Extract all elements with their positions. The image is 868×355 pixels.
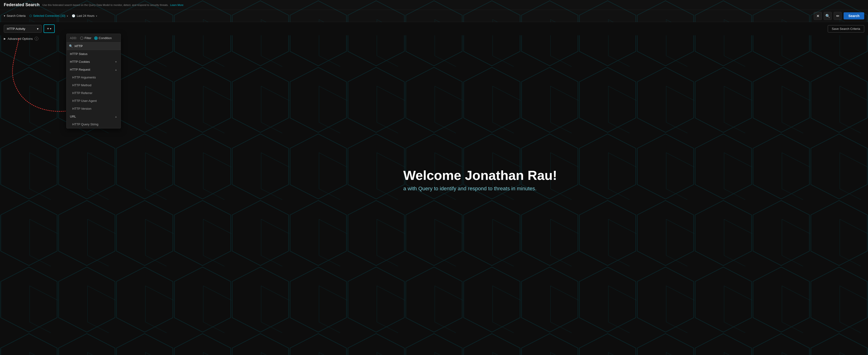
dropdown-item-label: HTTP Referrer [72, 91, 92, 95]
dropdown-list-item[interactable]: HTTP Method [67, 81, 121, 89]
chevron-down-icon: ▾ [50, 27, 52, 30]
dropdown-header: ADD: Filter Condition [67, 34, 121, 42]
dropdown-list-item[interactable]: HTTP Cookies▼ [67, 58, 121, 66]
dropdown-item-label: HTTP Method [72, 83, 91, 87]
chevron-down-icon: ▾ [37, 27, 39, 31]
dropdown-item-label: HTTP Arguments [72, 76, 96, 79]
app-title: Federated Search [4, 2, 39, 7]
search-criteria-toggle[interactable]: ▾ Search Criteria [4, 14, 26, 18]
condition-label: Condition [99, 36, 112, 40]
dropdown-item-label: URL [70, 115, 76, 118]
hero-subtitle: a with Query to identify and respond to … [403, 185, 557, 192]
connectors-selector[interactable]: ⬡ Selected Connectors (33) ▾ [29, 14, 68, 18]
condition-radio-circle [94, 36, 98, 40]
info-icon[interactable]: i [35, 37, 38, 40]
clear-button[interactable]: ✕ [814, 12, 822, 20]
filter-label: Filter [85, 36, 91, 40]
search-icon: 🔍 [69, 44, 73, 48]
dropdown-item-label: HTTP User-Agent [72, 99, 97, 102]
chevron-right-icon: ▶ [4, 37, 6, 40]
connectors-label: Selected Connectors (33) [33, 14, 65, 18]
edit-button[interactable]: ✏ [834, 12, 842, 20]
learn-more-link[interactable]: Learn More [170, 4, 183, 6]
advanced-options-row: ▶ Advanced Options i [0, 35, 868, 42]
dropdown-list-item[interactable]: HTTP Version [67, 105, 121, 113]
dropdown-list-item[interactable]: HTTP Referrer [67, 89, 121, 97]
advanced-options-label[interactable]: Advanced Options [7, 37, 33, 40]
dropdown-item-label: HTTP Version [72, 107, 91, 111]
search-toolbar: ▾ Search Criteria ⬡ Selected Connectors … [0, 10, 868, 22]
chevron-down-icon: ▾ [67, 15, 68, 17]
dropdown-search-input[interactable] [74, 44, 118, 48]
dropdown-list-item[interactable]: URL▲ [67, 113, 121, 120]
dropdown-list: HTTP StatusHTTP Cookies▼HTTP Request▲HTT… [67, 50, 121, 128]
toolbar-right: ✕ 🔍 ✏ Search [814, 12, 864, 20]
app-subtitle: Use this federated search based on the Q… [42, 4, 864, 6]
dropdown-search-box: 🔍 [67, 42, 121, 50]
hero-title: Welcome Jonathan Rau! [403, 168, 557, 183]
chevron-up-icon: ▲ [115, 115, 117, 118]
condition-radio-option[interactable]: Condition [94, 36, 112, 40]
query-row: HTTP Activity ▾ + ▾ Save Search Criteria [0, 22, 868, 35]
dropdown-list-item[interactable]: HTTP Query String [67, 120, 121, 128]
dropdown-list-item[interactable]: HTTP Request▲ [67, 66, 121, 73]
data-source-dropdown[interactable]: HTTP Activity ▾ [4, 25, 42, 33]
time-label: Last 24 Hours [77, 14, 95, 18]
chevron-down-icon: ▾ [96, 15, 97, 17]
chevron-down-icon: ▾ [4, 14, 5, 18]
dropdown-item-label: HTTP Status [70, 52, 87, 56]
zoom-button[interactable]: 🔍 [824, 12, 832, 20]
dropdown-list-item[interactable]: HTTP Status [67, 50, 121, 58]
add-button[interactable]: + ▾ [43, 24, 55, 33]
search-button[interactable]: Search [844, 12, 864, 20]
time-range-selector[interactable]: 🕐 Last 24 Hours ▾ [72, 14, 97, 18]
search-criteria-label: Search Criteria [7, 14, 26, 18]
hero-content: Welcome Jonathan Rau! a with Query to id… [403, 168, 557, 192]
data-source-label: HTTP Activity [7, 27, 25, 31]
condition-dropdown-panel: ADD: Filter Condition 🔍 HTTP StatusHTTP … [66, 34, 121, 128]
plus-icon: + [47, 27, 49, 31]
top-header: Federated Search Use this federated sear… [0, 0, 868, 10]
filter-radio-circle [80, 36, 83, 40]
dropdown-item-label: HTTP Request [70, 68, 90, 71]
dropdown-item-label: HTTP Cookies [70, 60, 90, 63]
save-criteria-button[interactable]: Save Search Criteria [828, 25, 864, 32]
dropdown-list-item[interactable]: HTTP Arguments [67, 73, 121, 81]
chevron-down-icon: ▼ [115, 60, 117, 63]
dropdown-list-item[interactable]: HTTP User-Agent [67, 97, 121, 105]
filter-radio-option[interactable]: Filter [80, 36, 91, 40]
add-label: ADD: [70, 36, 77, 40]
connectors-icon: ⬡ [29, 14, 32, 18]
chevron-up-icon: ▲ [115, 68, 117, 71]
dropdown-item-label: HTTP Query String [72, 122, 98, 126]
clock-icon: 🕐 [72, 14, 75, 18]
